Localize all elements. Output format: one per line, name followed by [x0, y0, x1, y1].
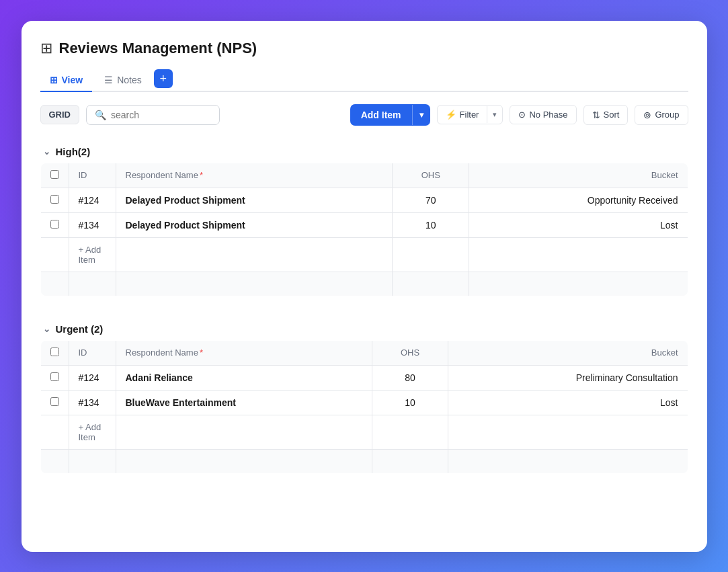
search-icon: 🔍 — [95, 110, 106, 120]
section-title-urgent: Urgent (2) — [56, 323, 104, 335]
tab-view[interactable]: ⊞ View — [40, 69, 93, 92]
col-header-id: ID — [69, 340, 116, 365]
view-tab-icon: ⊞ — [50, 75, 58, 85]
col-header-respondent_name: Respondent Name* — [116, 163, 393, 188]
sort-button[interactable]: ⇅ Sort — [583, 105, 629, 125]
add-item-cell[interactable]: + Add Item — [69, 237, 116, 272]
row-bucket: Lost — [448, 390, 688, 415]
table-urgent: IDRespondent Name*OHSBucket#124Adani Rel… — [40, 340, 688, 474]
row-id: #134 — [69, 212, 116, 237]
sort-label: Sort — [604, 110, 620, 120]
row-checkbox[interactable] — [50, 195, 59, 204]
row-ohs: 10 — [393, 212, 469, 237]
filter-button[interactable]: ⚡ Filter — [438, 106, 487, 124]
add-item-cell[interactable]: + Add Item — [69, 415, 116, 449]
col-header-ohs: OHS — [393, 163, 469, 188]
group-icon: ⊚ — [643, 110, 651, 120]
select-all-checkbox[interactable] — [50, 170, 59, 179]
filter-group: ⚡ Filter ▾ — [437, 105, 503, 124]
add-row-bucket-cell — [393, 237, 469, 272]
row-bucket: Opportunity Received — [469, 188, 688, 212]
no-phase-button[interactable]: ⊙ No Phase — [510, 105, 576, 124]
chevron-icon: ⌄ — [43, 324, 50, 334]
filter-icon: ⚡ — [446, 110, 456, 120]
filter-caret[interactable]: ▾ — [487, 106, 502, 123]
required-star: * — [200, 348, 203, 358]
table-row[interactable]: #134Delayed Product Shipment10Lost — [40, 212, 688, 237]
col-header-checkbox — [40, 163, 69, 188]
row-ohs: 10 — [372, 390, 448, 415]
col-header-respondent_name: Respondent Name* — [116, 340, 372, 365]
empty-cell — [116, 272, 393, 296]
notes-tab-icon: ☰ — [104, 75, 113, 85]
add-row-checkbox-cell — [40, 237, 69, 272]
section-title-high: High(2) — [56, 146, 91, 157]
group-label: Group — [655, 110, 679, 120]
tab-add-button[interactable]: + — [154, 69, 173, 88]
empty-cell — [393, 272, 469, 296]
add-row-checkbox-cell — [40, 415, 69, 449]
add-item-row[interactable]: + Add Item — [40, 237, 688, 272]
row-ohs: 70 — [393, 188, 469, 212]
row-checkbox[interactable] — [50, 372, 59, 381]
select-all-checkbox[interactable] — [50, 348, 59, 356]
add-item-label: Add Item — [350, 104, 412, 126]
col-header-bucket: Bucket — [469, 163, 688, 188]
row-id: #124 — [69, 365, 116, 390]
row-bucket: Preliminary Consultation — [448, 365, 688, 390]
empty-cell — [469, 272, 688, 296]
search-box: 🔍 — [86, 105, 220, 125]
add-item-row[interactable]: + Add Item — [40, 415, 688, 449]
row-respondent-name: BlueWave Entertainment — [116, 390, 372, 415]
row-id: #134 — [69, 390, 116, 415]
table-row[interactable]: #124Adani Reliance80Preliminary Consulta… — [40, 365, 688, 390]
tab-view-label: View — [62, 75, 83, 85]
row-ohs: 80 — [372, 365, 448, 390]
row-respondent-name: Adani Reliance — [116, 365, 372, 390]
table-row[interactable]: #124Delayed Product Shipment70Opportunit… — [40, 188, 688, 212]
section-high: ⌄ High(2) IDRespondent Name*OHSBucket#12… — [40, 140, 688, 296]
add-row-ohs-cell — [116, 415, 372, 449]
row-id: #124 — [69, 188, 116, 212]
row-checkbox[interactable] — [50, 220, 59, 229]
filter-label: Filter — [460, 110, 479, 120]
add-row-ohs-cell — [116, 237, 393, 272]
empty-cell — [116, 449, 372, 473]
add-item-caret-icon[interactable]: ▾ — [412, 105, 430, 125]
grid-button[interactable]: GRID — [40, 105, 80, 124]
required-star: * — [200, 170, 203, 180]
page-title: Reviews Management (NPS) — [59, 40, 257, 57]
empty-row — [40, 272, 688, 296]
search-input[interactable] — [111, 110, 211, 120]
empty-cell — [448, 449, 688, 473]
add-item-button[interactable]: Add Item ▾ — [350, 104, 430, 126]
col-header-ohs: OHS — [372, 340, 448, 365]
col-header-bucket: Bucket — [448, 340, 688, 365]
tab-notes-label: Notes — [117, 75, 142, 85]
table-high: IDRespondent Name*OHSBucket#124Delayed P… — [40, 163, 688, 296]
no-phase-icon: ⊙ — [518, 110, 526, 120]
sections-container: ⌄ High(2) IDRespondent Name*OHSBucket#12… — [40, 140, 688, 474]
tab-notes[interactable]: ☰ Notes — [95, 69, 151, 92]
empty-cell — [69, 449, 116, 473]
no-phase-label: No Phase — [529, 110, 567, 120]
tabs-row: ⊞ View ☰ Notes + — [40, 69, 688, 92]
row-checkbox[interactable] — [50, 397, 59, 406]
chevron-icon: ⌄ — [43, 147, 50, 157]
group-button[interactable]: ⊚ Group — [635, 105, 688, 125]
row-respondent-name: Delayed Product Shipment — [116, 212, 393, 237]
empty-cell — [372, 449, 448, 473]
col-header-id: ID — [69, 163, 116, 188]
page-header: ⊞ Reviews Management (NPS) — [40, 40, 688, 57]
table-row[interactable]: #134BlueWave Entertainment10Lost — [40, 390, 688, 415]
page-icon: ⊞ — [40, 40, 52, 57]
row-bucket: Lost — [469, 212, 688, 237]
app-container: ⊞ Reviews Management (NPS) ⊞ View ☰ Note… — [22, 21, 707, 552]
empty-cell — [40, 449, 69, 473]
section-header-urgent[interactable]: ⌄ Urgent (2) — [40, 318, 688, 340]
row-respondent-name: Delayed Product Shipment — [116, 188, 393, 212]
empty-cell — [69, 272, 116, 296]
section-header-high[interactable]: ⌄ High(2) — [40, 140, 688, 163]
col-header-checkbox — [40, 340, 69, 365]
empty-cell — [40, 272, 69, 296]
